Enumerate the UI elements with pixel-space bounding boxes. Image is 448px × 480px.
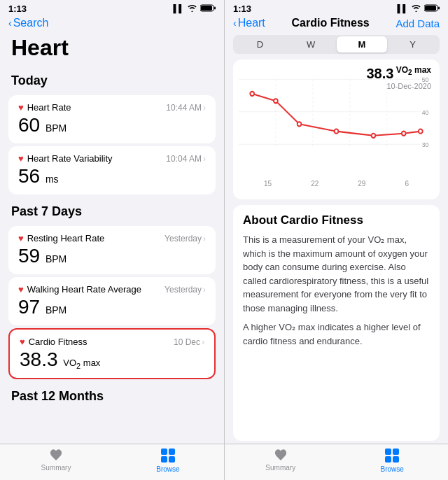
tab-bar-left: Summary Browse bbox=[0, 444, 224, 480]
nav-bar-left: ‹ Search bbox=[0, 15, 224, 32]
page-title-left: Heart bbox=[0, 32, 224, 66]
heart-rate-value: 60 BPM bbox=[18, 114, 206, 136]
status-icons-left: ▌▌ bbox=[173, 4, 216, 13]
chevron-right-icon: › bbox=[203, 234, 206, 243]
hrv-icon: ♥ bbox=[18, 153, 24, 164]
resting-hr-icon: ♥ bbox=[18, 233, 24, 243]
x-label-22: 22 bbox=[311, 180, 318, 188]
chart-container: 38.3 VO2 max 10-Dec-2020 bbox=[233, 59, 440, 199]
heart-rate-icon: ♥ bbox=[18, 102, 24, 113]
svg-point-14 bbox=[274, 99, 278, 103]
callout-value: 38.3 VO2 max bbox=[366, 65, 431, 82]
back-label-left: Search bbox=[13, 17, 49, 29]
heart-rate-time: 10:44 AM › bbox=[166, 103, 206, 113]
resting-hr-time: Yesterday › bbox=[164, 234, 206, 243]
browse-icon-right bbox=[385, 449, 399, 463]
right-panel: 1:13 ▌▌ ‹ Heart Cardio Fitness Add Data … bbox=[224, 0, 448, 480]
heart-rate-card[interactable]: ♥ Heart Rate 10:44 AM › 60 BPM bbox=[8, 95, 216, 143]
svg-point-16 bbox=[335, 129, 339, 134]
cardio-fitness-label: ♥ Cardio Fitness bbox=[20, 337, 88, 347]
svg-point-19 bbox=[419, 129, 423, 134]
cardio-fitness-time: 10 Dec › bbox=[174, 337, 204, 347]
battery-icon-right bbox=[424, 4, 440, 13]
time-left: 1:13 bbox=[8, 3, 27, 14]
walking-hr-label: ♥ Walking Heart Rate Average bbox=[18, 284, 141, 295]
svg-rect-4 bbox=[425, 6, 436, 10]
section-today: Today bbox=[0, 66, 224, 92]
about-para-2: A higher VO₂ max indicates a higher leve… bbox=[243, 320, 430, 348]
svg-rect-1 bbox=[201, 6, 212, 10]
summary-icon-left bbox=[48, 449, 64, 463]
about-title: About Cardio Fitness bbox=[243, 213, 430, 227]
tab-summary-label-left: Summary bbox=[41, 464, 71, 472]
hrv-label: ♥ Heart Rate Variability bbox=[18, 153, 113, 164]
walking-hr-value: 97 BPM bbox=[18, 296, 206, 318]
segment-control: D W M Y bbox=[233, 35, 440, 54]
svg-text:30: 30 bbox=[422, 141, 429, 148]
svg-rect-2 bbox=[214, 6, 216, 9]
walking-hr-icon: ♥ bbox=[18, 284, 24, 295]
chevron-right-icon: › bbox=[203, 154, 206, 164]
about-text: This is a measurement of your VO₂ max, w… bbox=[243, 233, 430, 348]
x-label-6: 6 bbox=[405, 180, 409, 188]
tab-browse-label-left: Browse bbox=[156, 465, 179, 473]
segment-m[interactable]: M bbox=[337, 36, 388, 52]
walking-hr-card[interactable]: ♥ Walking Heart Rate Average Yesterday ›… bbox=[8, 277, 216, 325]
callout-date: 10-Dec-2020 bbox=[366, 82, 431, 90]
x-label-29: 29 bbox=[358, 180, 365, 188]
chevron-left-icon-right: ‹ bbox=[233, 17, 237, 29]
hrv-card[interactable]: ♥ Heart Rate Variability 10:04 AM › 56 m… bbox=[8, 146, 216, 195]
svg-point-18 bbox=[402, 132, 406, 136]
svg-point-17 bbox=[372, 134, 376, 138]
cardio-fitness-icon: ♥ bbox=[20, 337, 25, 347]
chart-callout: 38.3 VO2 max 10-Dec-2020 bbox=[366, 65, 431, 90]
wifi-icon-right bbox=[411, 4, 421, 13]
cardio-fitness-card[interactable]: ♥ Cardio Fitness 10 Dec › 38.3 VO2 max bbox=[8, 328, 216, 379]
status-icons-right: ▌▌ bbox=[397, 4, 440, 13]
summary-icon-right bbox=[273, 449, 288, 463]
about-section: About Cardio Fitness This is a measureme… bbox=[233, 205, 440, 441]
battery-icon bbox=[200, 4, 216, 13]
add-data-button[interactable]: Add Data bbox=[396, 17, 440, 29]
nav-bar-right: ‹ Heart Cardio Fitness Add Data bbox=[225, 15, 448, 32]
heart-rate-label: ♥ Heart Rate bbox=[18, 102, 71, 113]
x-label-15: 15 bbox=[264, 180, 272, 188]
tab-bar-right: Summary Browse bbox=[225, 444, 448, 480]
cardio-fitness-value: 38.3 VO2 max bbox=[20, 348, 204, 371]
segment-d[interactable]: D bbox=[234, 36, 286, 52]
segment-y[interactable]: Y bbox=[387, 36, 438, 52]
status-bar-left: 1:13 ▌▌ bbox=[0, 0, 224, 15]
signal-icon: ▌▌ bbox=[173, 4, 184, 13]
tab-summary-label-right: Summary bbox=[265, 464, 295, 472]
chevron-right-icon: › bbox=[203, 103, 206, 113]
segment-w[interactable]: W bbox=[286, 36, 337, 52]
tab-browse-right[interactable]: Browse bbox=[337, 449, 449, 473]
wifi-icon bbox=[187, 4, 197, 13]
resting-hr-value: 59 BPM bbox=[18, 245, 206, 267]
tab-browse-left[interactable]: Browse bbox=[112, 449, 224, 473]
about-para-1: This is a measurement of your VO₂ max, w… bbox=[243, 233, 430, 315]
chevron-right-icon: › bbox=[203, 285, 206, 295]
tab-browse-label-right: Browse bbox=[381, 465, 404, 473]
status-bar-right: 1:13 ▌▌ bbox=[225, 0, 448, 15]
chevron-left-icon: ‹ bbox=[8, 17, 12, 29]
svg-point-13 bbox=[250, 92, 254, 96]
chevron-right-icon: › bbox=[202, 337, 204, 347]
svg-rect-5 bbox=[438, 6, 440, 9]
hrv-value: 56 ms bbox=[18, 165, 206, 188]
hrv-time: 10:04 AM › bbox=[166, 154, 206, 164]
svg-point-15 bbox=[298, 122, 302, 126]
tab-summary-right[interactable]: Summary bbox=[225, 449, 337, 473]
browse-icon-left bbox=[161, 449, 175, 463]
back-button-left[interactable]: ‹ Search bbox=[8, 17, 48, 29]
back-label-right: Heart bbox=[238, 17, 265, 29]
resting-hr-card[interactable]: ♥ Resting Heart Rate Yesterday › 59 BPM bbox=[8, 226, 216, 274]
section-past12: Past 12 Months bbox=[0, 382, 224, 408]
time-right: 1:13 bbox=[233, 3, 251, 14]
tab-summary-left[interactable]: Summary bbox=[0, 449, 112, 473]
resting-hr-label: ♥ Resting Heart Rate bbox=[18, 233, 104, 243]
nav-title-right: Cardio Fitness bbox=[292, 17, 370, 29]
back-button-right[interactable]: ‹ Heart bbox=[233, 17, 265, 29]
section-past7: Past 7 Days bbox=[0, 197, 224, 223]
walking-hr-time: Yesterday › bbox=[164, 285, 206, 295]
